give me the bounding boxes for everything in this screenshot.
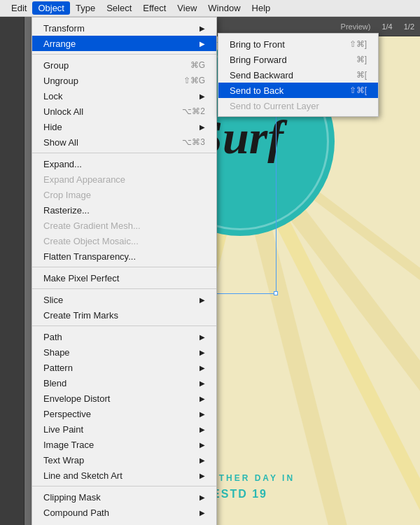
menu-item-ungroup[interactable]: Ungroup ⇧⌘G: [32, 73, 216, 88]
menu-item-unlock-all[interactable]: Unlock All ⌥⌘2: [32, 104, 216, 119]
submenu-bring-forward-shortcut: ⌘]: [356, 55, 367, 64]
submenu-item-bring-to-front[interactable]: Bring to Front ⇧⌘]: [218, 36, 378, 52]
menu-item-transform-label: Transform: [43, 23, 194, 34]
menu-item-make-pixel-perfect[interactable]: Make Pixel Perfect: [32, 270, 216, 286]
preview-label: Preview): [341, 22, 371, 31]
submenu-arrow-compound-path: ▶: [200, 509, 205, 517]
submenu-arrow-lock: ▶: [200, 92, 205, 100]
menu-item-artboards[interactable]: Artboards ▶: [32, 520, 216, 525]
menu-item-show-all[interactable]: Show All ⌥⌘3: [32, 134, 216, 150]
menu-item-transform[interactable]: Transform ▶: [32, 20, 216, 36]
submenu-item-bring-forward[interactable]: Bring Forward ⌘]: [218, 52, 378, 67]
submenu-item-send-to-current-layer[interactable]: Send to Current Layer: [218, 98, 378, 113]
submenu-arrow-line-sketch-art: ▶: [200, 472, 205, 479]
menu-item-envelope-distort-label: Envelope Distort: [43, 393, 194, 404]
menu-item-flatten-transparency[interactable]: Flatten Transparency...: [32, 248, 216, 264]
menu-item-line-sketch-art-label: Line and Sketch Art: [43, 470, 194, 481]
page-indicator-2: 1/2: [404, 22, 414, 31]
separator-1: [32, 54, 216, 55]
menu-item-clipping-mask[interactable]: Clipping Mask ▶: [32, 489, 216, 505]
menu-item-expand[interactable]: Expand...: [32, 156, 216, 172]
menu-item-expand-appearance-label: Expand Appearance: [43, 174, 205, 185]
menu-item-path[interactable]: Path ▶: [32, 329, 216, 344]
menu-item-lock[interactable]: Lock ▶: [32, 88, 216, 104]
submenu-item-send-to-back[interactable]: Send to Back ⇧⌘[: [218, 83, 378, 98]
app-area: ai* @ 40... Preview) 1/4 1/2: [0, 17, 420, 525]
menu-item-create-object-mosaic-label: Create Object Mosaic...: [43, 236, 205, 246]
menu-item-crop-image-label: Crop Image: [43, 190, 205, 200]
menu-item-make-pixel-perfect-label: Make Pixel Perfect: [43, 273, 205, 284]
menu-item-show-all-shortcut: ⌥⌘3: [182, 137, 205, 147]
menu-item-compound-path[interactable]: Compound Path ▶: [32, 505, 216, 520]
menu-item-text-wrap[interactable]: Text Wrap ▶: [32, 452, 216, 468]
menu-item-pattern-label: Pattern: [43, 363, 194, 373]
menu-item-expand-label: Expand...: [43, 159, 205, 169]
submenu-arrow-pattern: ▶: [200, 364, 205, 372]
menu-item-unlock-all-label: Unlock All: [43, 106, 182, 117]
menu-item-blend[interactable]: Blend ▶: [32, 375, 216, 391]
menu-item-compound-path-label: Compound Path: [43, 507, 194, 518]
menubar: Edit Object Type Select Effect View Wind…: [0, 0, 420, 17]
menu-item-arrange[interactable]: Arrange ▶: [32, 36, 216, 51]
submenu-bring-to-front-label: Bring to Front: [230, 39, 349, 50]
menu-item-hide[interactable]: Hide ▶: [32, 119, 216, 134]
separator-3: [32, 267, 216, 267]
menu-item-blend-label: Blend: [43, 378, 194, 388]
menu-item-group[interactable]: Group ⌘G: [32, 57, 216, 73]
menu-item-pattern[interactable]: Pattern ▶: [32, 360, 216, 375]
menubar-item-help[interactable]: Help: [246, 1, 276, 15]
separator-6: [32, 486, 216, 486]
menu-item-arrange-label: Arrange: [43, 38, 194, 49]
submenu-arrow-image-trace: ▶: [200, 441, 205, 449]
menu-item-live-paint-label: Live Paint: [43, 424, 194, 435]
menubar-item-type[interactable]: Type: [70, 1, 101, 15]
submenu-item-send-backward[interactable]: Send Backward ⌘[: [218, 67, 378, 83]
page-indicator: 1/4: [382, 22, 392, 31]
menu-item-shape[interactable]: Shape ▶: [32, 344, 216, 360]
submenu-arrow-clipping-mask: ▶: [200, 493, 205, 501]
submenu-arrow-perspective: ▶: [200, 410, 205, 418]
menubar-item-window[interactable]: Window: [202, 1, 246, 15]
menubar-item-view[interactable]: View: [172, 1, 202, 15]
menu-item-text-wrap-label: Text Wrap: [43, 455, 194, 465]
submenu-send-backward-shortcut: ⌘[: [356, 70, 367, 80]
menu-item-create-gradient-mesh-label: Create Gradient Mesh...: [43, 220, 205, 231]
submenu-send-to-current-layer-label: Send to Current Layer: [230, 101, 367, 111]
menu-item-flatten-transparency-label: Flatten Transparency...: [43, 251, 205, 262]
menubar-item-effect[interactable]: Effect: [137, 1, 172, 15]
menubar-item-select[interactable]: Select: [101, 1, 137, 15]
menu-item-show-all-label: Show All: [43, 137, 182, 148]
submenu-arrow-blend: ▶: [200, 379, 205, 387]
submenu-send-to-back-shortcut: ⇧⌘[: [349, 85, 367, 95]
menu-item-group-label: Group: [43, 60, 190, 71]
menu-item-path-label: Path: [43, 332, 194, 342]
menu-item-rasterize[interactable]: Rasterize...: [32, 202, 216, 218]
submenu-bring-to-front-shortcut: ⇧⌘]: [349, 39, 367, 49]
menu-item-live-paint[interactable]: Live Paint ▶: [32, 421, 216, 437]
menu-item-slice[interactable]: Slice ▶: [32, 292, 216, 307]
menu-item-lock-label: Lock: [43, 91, 194, 102]
menu-item-perspective[interactable]: Perspective ▶: [32, 406, 216, 421]
menu-item-expand-appearance[interactable]: Expand Appearance: [32, 172, 216, 187]
menu-item-clipping-mask-label: Clipping Mask: [43, 492, 194, 503]
menu-item-shape-label: Shape: [43, 347, 194, 358]
submenu-arrow-shape: ▶: [200, 349, 205, 356]
menu-item-envelope-distort[interactable]: Envelope Distort ▶: [32, 391, 216, 406]
menu-item-unlock-all-shortcut: ⌥⌘2: [182, 106, 205, 116]
arrange-submenu: Bring to Front ⇧⌘] Bring Forward ⌘] Send…: [218, 33, 379, 117]
menubar-item-edit[interactable]: Edit: [6, 1, 32, 15]
menu-item-create-trim-marks[interactable]: Create Trim Marks: [32, 307, 216, 323]
submenu-arrow-envelope-distort: ▶: [200, 395, 205, 402]
separator-5: [32, 326, 216, 326]
estd-text: ESTD 19: [212, 488, 267, 500]
menu-item-create-gradient-mesh[interactable]: Create Gradient Mesh...: [32, 218, 216, 233]
menu-item-create-object-mosaic[interactable]: Create Object Mosaic...: [32, 233, 216, 248]
menu-item-line-sketch-art[interactable]: Line and Sketch Art ▶: [32, 468, 216, 483]
menu-item-crop-image[interactable]: Crop Image: [32, 187, 216, 202]
submenu-arrow-arrange: ▶: [200, 40, 205, 48]
menu-item-image-trace[interactable]: Image Trace ▶: [32, 437, 216, 452]
separator-2: [32, 153, 216, 153]
menu-item-group-shortcut: ⌘G: [190, 60, 205, 70]
menubar-item-object[interactable]: Object: [32, 1, 70, 15]
separator-4: [32, 288, 216, 289]
